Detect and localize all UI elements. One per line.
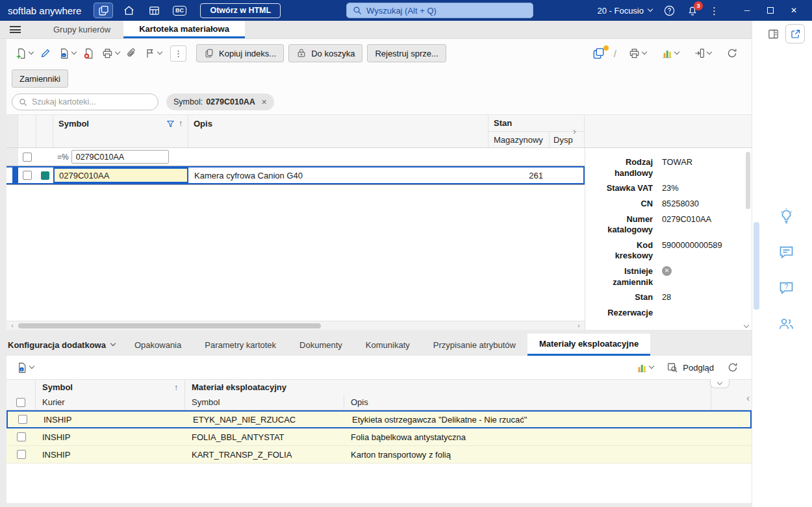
close-button[interactable]: ✕	[782, 6, 806, 15]
scroll-right-icon[interactable]: ›	[575, 323, 583, 329]
panel-layout-button[interactable]	[767, 28, 780, 40]
remove-filter-icon[interactable]: ✕	[261, 98, 267, 106]
copy-index-button[interactable]: Kopiuj indeks...	[196, 44, 284, 62]
filter-funnel-icon[interactable]	[166, 119, 175, 128]
notifications-button[interactable]: 3	[687, 5, 698, 16]
more-actions-button[interactable]: ⋮	[170, 45, 186, 62]
row-checkbox[interactable]	[18, 415, 27, 424]
attachments-button[interactable]	[123, 45, 141, 62]
tab-materialy-eksploatacyjne[interactable]: Materiały eksploatacyjne	[527, 334, 650, 356]
group-header-symbol[interactable]: Symbol ↑	[36, 380, 185, 395]
materials-refresh-button[interactable]	[724, 359, 742, 376]
view-switch-button[interactable]	[592, 47, 605, 60]
main-menu-button[interactable]	[0, 21, 30, 38]
expand-columns-icon[interactable]: ›	[573, 125, 576, 136]
profile-menu[interactable]: 20 - Focusio	[597, 6, 652, 16]
materials-info-button[interactable]	[12, 359, 37, 377]
column-header-symbol[interactable]: Symbol ↑	[53, 115, 188, 147]
select-all-checkbox[interactable]	[23, 153, 32, 162]
kartoteka-search-input[interactable]	[32, 97, 151, 106]
export-button[interactable]	[691, 45, 715, 62]
cell-opis: Kamera cyfrowa Canion G40	[188, 167, 488, 183]
sort-asc-icon[interactable]: ↑	[179, 119, 183, 127]
collapse-panel-button[interactable]	[710, 379, 730, 388]
tab-dokumenty[interactable]: Dokumenty	[288, 334, 354, 356]
chevron-down-icon	[29, 49, 34, 55]
config-dropdown[interactable]: Konfiguracja dodatkowa	[6, 334, 123, 356]
materials-select-all-checkbox[interactable]	[16, 398, 25, 407]
grid-row-selected[interactable]: 0279C010AA Kamera cyfrowa Canion G40 261	[6, 166, 585, 184]
column-header-dysp[interactable]: Dysp	[550, 132, 584, 147]
filter-chip-symbol[interactable]: Symbol: 0279C010AA ✕	[166, 93, 274, 110]
modules-button[interactable]	[94, 3, 113, 18]
analysis-button[interactable]	[658, 45, 682, 62]
delete-record-button[interactable]	[79, 45, 98, 62]
symbol-filter-input[interactable]	[71, 150, 169, 164]
add-to-basket-button[interactable]: Do koszyka	[288, 44, 362, 62]
preview-button[interactable]: Podgląd	[666, 362, 714, 373]
vertical-scrollbar-thumb[interactable]	[754, 222, 759, 310]
sort-asc-icon[interactable]: ↑	[174, 384, 178, 391]
ideas-button[interactable]	[778, 208, 795, 225]
row-checkbox[interactable]	[17, 432, 26, 441]
notification-dot	[603, 45, 609, 51]
tab-opakowania[interactable]: Opakowania	[123, 334, 193, 356]
column-header-magazynowy[interactable]: Magazynowy	[488, 132, 550, 147]
materials-analysis-button[interactable]	[633, 359, 657, 376]
kartoteka-search[interactable]	[12, 93, 159, 110]
print-button[interactable]	[98, 45, 123, 62]
tab-przypisanie-atrybutow[interactable]: Przypisanie atrybutów	[422, 334, 527, 356]
home-button[interactable]	[119, 3, 138, 18]
collapse-columns-icon[interactable]: ‹	[746, 392, 750, 403]
horizontal-scrollbar[interactable]: ‹ ›	[6, 321, 585, 330]
application-window: softlab anywhere BC Otwórz w HTML 20 - F…	[0, 0, 812, 507]
global-search-input[interactable]	[366, 6, 527, 16]
scrollbar-track[interactable]	[16, 323, 575, 329]
top-bar: softlab anywhere BC Otwórz w HTML 20 - F…	[0, 0, 812, 21]
stan-column-label: Stan	[494, 118, 512, 128]
apps-grid-button[interactable]	[144, 3, 164, 18]
contacts-button[interactable]	[778, 315, 795, 332]
help-button[interactable]	[663, 5, 676, 17]
refresh-button[interactable]	[723, 45, 741, 62]
column-header-opis[interactable]: Opis	[188, 115, 488, 147]
maximize-button[interactable]	[759, 7, 782, 14]
chevron-down-icon	[649, 364, 654, 369]
material-row[interactable]: INSHIP KART_TRANSP_Z_FOLIA Karton transp…	[6, 446, 752, 464]
open-in-html-button[interactable]: Otwórz w HTML	[200, 3, 281, 18]
share-button[interactable]	[785, 24, 805, 43]
tab-kartoteka-materialowa[interactable]: Kartoteka materiałowa	[123, 21, 245, 38]
row-checkbox[interactable]	[17, 450, 26, 459]
group-header-material[interactable]: Materiał eksploatacyjny	[185, 380, 711, 395]
new-record-button[interactable]	[12, 45, 36, 62]
material-row[interactable]: INSHIP FOLIA_BBL_ANTYSTAT Folia bąbelkow…	[6, 428, 752, 446]
b-c-module-button[interactable]: BC	[170, 3, 189, 18]
help-chat-button[interactable]: ?	[778, 279, 795, 297]
column-header-stan[interactable]: Stan Magazynowy Dysp	[488, 115, 585, 147]
details-scrollbar-thumb[interactable]	[746, 152, 750, 209]
edit-record-button[interactable]	[36, 45, 55, 62]
record-info-button[interactable]	[55, 45, 79, 62]
tab-grupy-kurierow[interactable]: Grupy kurierów	[40, 21, 123, 38]
register-sale-button[interactable]: Rejestruj sprze...	[367, 44, 446, 62]
print-view-button[interactable]	[625, 45, 650, 62]
more-menu-button[interactable]: ⋮	[709, 6, 719, 16]
minimize-button[interactable]: ─	[735, 6, 759, 15]
filter-operator[interactable]: =%	[53, 148, 69, 166]
feedback-button[interactable]	[778, 243, 795, 261]
column-header-kurier[interactable]: Kurier	[36, 395, 185, 410]
maximize-icon	[767, 7, 774, 14]
flag-button[interactable]	[141, 45, 165, 62]
column-header-material-opis[interactable]: Opis	[344, 395, 711, 410]
row-checkbox[interactable]	[23, 171, 32, 180]
tab-komunikaty[interactable]: Komunikaty	[354, 334, 422, 356]
tab-parametry-kartotek[interactable]: Parametry kartotek	[193, 334, 288, 356]
scroll-left-icon[interactable]: ‹	[8, 323, 16, 329]
global-search[interactable]	[346, 3, 533, 18]
details-scroll-down-icon[interactable]	[744, 323, 749, 328]
substitutes-button[interactable]: Zamienniki	[12, 69, 68, 88]
material-row-selected[interactable]: INSHIP ETYK_NAP_NIE_RZUCAC Etykieta ostr…	[6, 410, 752, 428]
scrollbar-thumb[interactable]	[18, 323, 321, 328]
column-header-material-symbol[interactable]: Symbol	[185, 395, 344, 410]
detail-value: 5900000000589	[653, 240, 741, 262]
